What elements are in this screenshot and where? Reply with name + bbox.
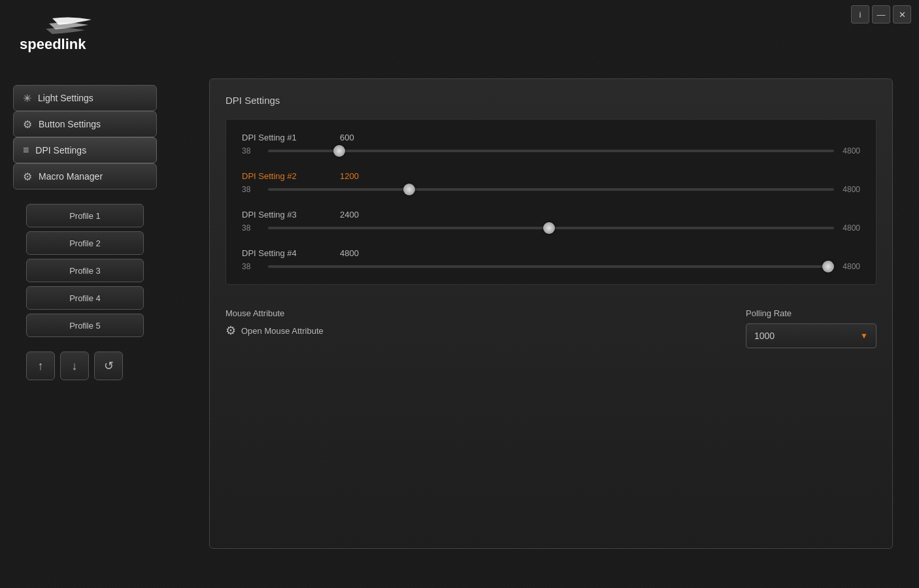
- macro-label: Macro Manager: [39, 171, 103, 182]
- profile-btn-3[interactable]: Profile 3: [26, 259, 144, 282]
- profile-btn-2[interactable]: Profile 2: [26, 231, 144, 255]
- slider-min-1: 38: [242, 146, 261, 155]
- bottom-panel: Mouse Attribute ⚙ Open Mouse Attribute P…: [226, 298, 877, 348]
- polling-rate-value: 1000: [754, 331, 775, 341]
- macro-icon: ⚙: [23, 171, 32, 183]
- slider-max-3: 4800: [841, 223, 860, 233]
- profiles-section: Profile 1Profile 2Profile 3Profile 4Prof…: [13, 204, 170, 337]
- close-button[interactable]: ✕: [893, 5, 911, 24]
- dpi-row-2: DPI Setting #2 1200 38 4800: [242, 171, 860, 194]
- open-mouse-attribute-label: Open Mouse Attribute: [241, 326, 324, 336]
- dpi-value-4: 4800: [340, 248, 359, 258]
- profile-btn-1[interactable]: Profile 1: [26, 204, 144, 227]
- export-button[interactable]: ↑: [26, 351, 55, 380]
- dpi-label-2: DPI Setting #2: [242, 171, 327, 181]
- titlebar: i — ✕: [843, 0, 919, 29]
- svg-text:speedlink: speedlink: [20, 36, 86, 52]
- button-icon: ⚙: [23, 118, 32, 131]
- polling-rate-title: Polling Rate: [746, 308, 877, 318]
- polling-rate-select[interactable]: 1000 ▼: [746, 323, 877, 348]
- dpi-value-2: 1200: [340, 171, 359, 181]
- profile-btn-4[interactable]: Profile 4: [26, 286, 144, 310]
- nav-items: ✳ Light Settings ⚙ Button Settings ≡ DPI…: [13, 85, 170, 189]
- dpi-slider-4[interactable]: [268, 265, 834, 268]
- nav-btn-dpi[interactable]: ≡ DPI Settings: [13, 137, 157, 163]
- import-button[interactable]: ↓: [60, 351, 89, 380]
- dpi-row-header-2: DPI Setting #2 1200: [242, 171, 860, 181]
- dpi-value-3: 2400: [340, 210, 359, 220]
- slider-max-4: 4800: [841, 262, 860, 271]
- dpi-settings-area: DPI Setting #1 600 38 4800 DPI Setting #…: [226, 119, 877, 285]
- dpi-slider-2[interactable]: [268, 188, 834, 191]
- dpi-label: DPI Settings: [35, 145, 86, 155]
- slider-min-4: 38: [242, 262, 261, 271]
- bottom-actions: ↑↓↺: [26, 351, 170, 380]
- dpi-icon: ≡: [23, 144, 29, 156]
- dpi-row-header-4: DPI Setting #4 4800: [242, 248, 860, 258]
- polling-rate-section: Polling Rate 1000 ▼: [746, 308, 877, 348]
- dpi-label-1: DPI Setting #1: [242, 133, 327, 142]
- light-label: Light Settings: [38, 93, 93, 103]
- slider-max-2: 4800: [841, 185, 860, 194]
- dpi-value-1: 600: [340, 133, 354, 142]
- dpi-rows: DPI Setting #1 600 38 4800 DPI Setting #…: [242, 133, 860, 271]
- slider-min-2: 38: [242, 185, 261, 194]
- dropdown-arrow-icon: ▼: [860, 331, 868, 340]
- mouse-attribute-section: Mouse Attribute ⚙ Open Mouse Attribute: [226, 308, 324, 338]
- sidebar: ✳ Light Settings ⚙ Button Settings ≡ DPI…: [13, 85, 170, 380]
- profile-btn-5[interactable]: Profile 5: [26, 314, 144, 337]
- slider-row-1: 38 4800: [242, 146, 860, 155]
- open-mouse-attribute-link[interactable]: ⚙ Open Mouse Attribute: [226, 323, 324, 338]
- nav-btn-light[interactable]: ✳ Light Settings: [13, 85, 157, 111]
- info-button[interactable]: i: [851, 5, 869, 24]
- dpi-row-header-1: DPI Setting #1 600: [242, 133, 860, 142]
- gear-icon: ⚙: [226, 323, 236, 338]
- button-label: Button Settings: [39, 119, 101, 129]
- reset-button[interactable]: ↺: [94, 351, 123, 380]
- dpi-label-4: DPI Setting #4: [242, 248, 327, 258]
- light-icon: ✳: [23, 92, 31, 105]
- slider-row-3: 38 4800: [242, 223, 860, 233]
- dpi-row-1: DPI Setting #1 600 38 4800: [242, 133, 860, 155]
- dpi-row-header-3: DPI Setting #3 2400: [242, 210, 860, 220]
- slider-row-4: 38 4800: [242, 262, 860, 271]
- main-content: DPI Settings DPI Setting #1 600 38 4800 …: [209, 78, 893, 549]
- nav-btn-macro[interactable]: ⚙ Macro Manager: [13, 163, 157, 189]
- section-title: DPI Settings: [226, 95, 877, 106]
- slider-max-1: 4800: [841, 146, 860, 155]
- slider-row-2: 38 4800: [242, 185, 860, 194]
- dpi-slider-1[interactable]: [268, 150, 834, 152]
- dpi-row-4: DPI Setting #4 4800 38 4800: [242, 248, 860, 271]
- dpi-row-3: DPI Setting #3 2400 38 4800: [242, 210, 860, 233]
- dpi-slider-3[interactable]: [268, 227, 834, 229]
- mouse-attribute-title: Mouse Attribute: [226, 308, 324, 318]
- logo: speedlink: [13, 13, 118, 61]
- minimize-button[interactable]: —: [872, 5, 890, 24]
- dpi-label-3: DPI Setting #3: [242, 210, 327, 220]
- nav-btn-button[interactable]: ⚙ Button Settings: [13, 111, 157, 137]
- slider-min-3: 38: [242, 223, 261, 233]
